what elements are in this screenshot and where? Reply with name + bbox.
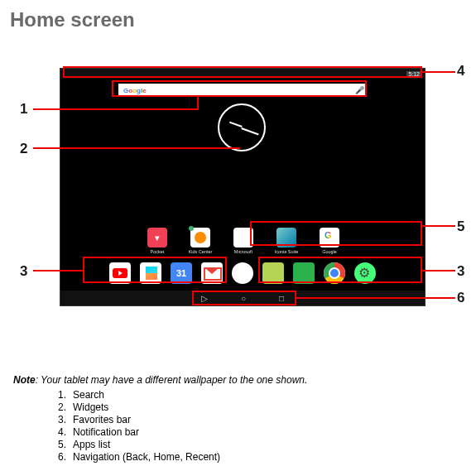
callout-number-1: 1 xyxy=(20,101,27,118)
legend-num: 6. xyxy=(55,451,66,464)
callout-number-3: 3 xyxy=(20,263,27,280)
app-label: Kids Center xyxy=(189,249,213,254)
legend-item: 5.Apps list xyxy=(55,439,466,451)
note-body: : Your tablet may have a different wallp… xyxy=(36,374,308,386)
callout-line xyxy=(33,147,240,149)
callout-line xyxy=(422,71,455,73)
app-kids-center[interactable]: Kids Center xyxy=(186,228,214,254)
kids-center-icon xyxy=(190,228,210,248)
callout-line xyxy=(33,270,83,272)
callout-number-5: 5 xyxy=(457,219,464,235)
clock-minute-hand xyxy=(241,127,258,135)
legend-num: 1. xyxy=(55,389,66,401)
note-prefix: Note xyxy=(13,374,36,386)
legend-text: Favorites bar xyxy=(73,414,131,426)
legend-text: Search xyxy=(73,389,104,401)
callout-number-6: 6 xyxy=(457,290,464,306)
callout-box-6 xyxy=(192,291,296,305)
legend-item: 3.Favorites bar xyxy=(55,414,466,426)
all-apps-icon[interactable] xyxy=(232,262,253,284)
clock-widget[interactable] xyxy=(218,103,266,151)
note-text: Note: Your tablet may have a different w… xyxy=(13,374,466,386)
legend-text: Notification bar xyxy=(73,426,139,439)
legend-text: Apps list xyxy=(73,439,110,451)
legend-num: 4. xyxy=(55,426,66,439)
legend-list: 1.Search 2.Widgets 3.Favorites bar 4.Not… xyxy=(13,389,466,464)
page-title: Home screen xyxy=(10,8,466,31)
callout-line xyxy=(422,270,455,272)
app-label: Pocket xyxy=(151,249,165,254)
callout-box-5 xyxy=(250,221,422,246)
callout-box-3-right xyxy=(258,257,422,283)
app-label: Google xyxy=(322,249,337,254)
pocket-icon: ▾ xyxy=(147,228,167,248)
tablet-diagram: 5:12 Google 🎤 ▾ Pocket Kids Center Micro… xyxy=(18,51,465,324)
callout-number-4: 4 xyxy=(457,63,464,79)
callout-box-1 xyxy=(112,80,367,97)
legend-num: 3. xyxy=(55,414,66,426)
callout-line xyxy=(422,225,455,227)
legend-item: 4.Notification bar xyxy=(55,426,466,439)
clock-hour-hand xyxy=(229,122,243,127)
legend-item: 1.Search xyxy=(55,389,466,401)
callout-box-4 xyxy=(63,66,422,78)
legend-text: Navigation (Back, Home, Recent) xyxy=(73,451,220,464)
legend-item: 6.Navigation (Back, Home, Recent) xyxy=(55,451,466,464)
app-pocket[interactable]: ▾ Pocket xyxy=(143,228,171,254)
callout-line xyxy=(296,297,455,299)
note-section: Note: Your tablet may have a different w… xyxy=(10,374,466,464)
legend-num: 5. xyxy=(55,439,66,451)
legend-num: 2. xyxy=(55,401,66,414)
legend-text: Widgets xyxy=(73,401,108,414)
callout-line xyxy=(33,108,199,110)
legend-item: 2.Widgets xyxy=(55,401,466,414)
callout-number-3b: 3 xyxy=(457,263,464,280)
app-label: Microsoft xyxy=(234,249,252,254)
callout-number-2: 2 xyxy=(20,141,27,157)
app-label: Iconia Suite xyxy=(275,249,299,254)
